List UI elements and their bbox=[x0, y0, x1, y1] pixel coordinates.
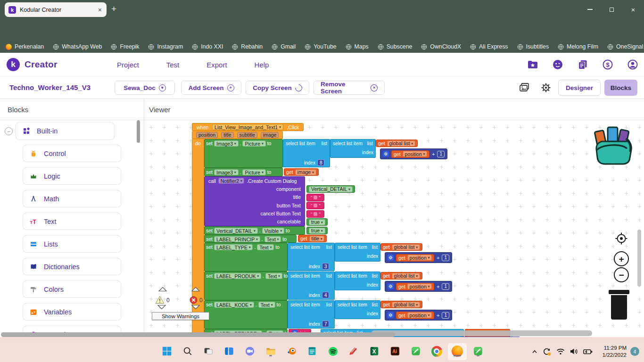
menu-item-help[interactable]: Help bbox=[255, 61, 269, 69]
copy-screen-button[interactable]: Copy Screen bbox=[246, 81, 309, 95]
get-position-block[interactable]: getposition▾ bbox=[396, 312, 434, 319]
zoom-out-button[interactable]: − bbox=[614, 267, 629, 282]
bookmark-item[interactable]: WhatsApp Web bbox=[53, 43, 102, 50]
trash-icon[interactable] bbox=[609, 290, 629, 320]
bookmark-item[interactable]: Ali Express bbox=[470, 43, 508, 50]
get-title-block[interactable]: gettitle▾ bbox=[298, 235, 327, 242]
palette-item-control[interactable]: Control bbox=[23, 145, 121, 162]
set-label_kode-block[interactable]: set LABEL_KODE▾ . Text▾ to bbox=[204, 300, 288, 329]
warning-down-arrow[interactable] bbox=[157, 304, 166, 310]
select-list-item-nest[interactable]: select list itemlist index7 select list … bbox=[288, 300, 455, 329]
taskbar-start-button[interactable] bbox=[161, 345, 173, 357]
browser-tab[interactable]: k Kodular Creator × bbox=[5, 2, 107, 17]
taskbar-firefox-icon[interactable] bbox=[451, 345, 463, 357]
get-position-block[interactable]: getposition▾ bbox=[396, 254, 434, 262]
taskbar-spotify-icon[interactable] bbox=[327, 345, 339, 357]
empty-text-block[interactable]: "" bbox=[306, 202, 324, 209]
center-blocks-icon[interactable] bbox=[615, 232, 628, 245]
select-list-item-block[interactable]: select list itemlist index bbox=[335, 272, 380, 290]
palette-item-text[interactable]: TTText bbox=[23, 213, 121, 230]
bookmark-item[interactable]: YouTube bbox=[305, 43, 336, 50]
taskbar-task-view-icon[interactable] bbox=[202, 345, 215, 357]
true-block[interactable]: true▾ bbox=[306, 227, 328, 234]
empty-text-block[interactable]: "" bbox=[306, 194, 324, 201]
select-list-item-nest[interactable]: select list itemlist index3 select list … bbox=[288, 243, 455, 272]
set-image-picture-block[interactable]: set Image3▾ . Picture▾ to bbox=[204, 168, 283, 176]
select-list-item-block[interactable]: select list itemlist index3 bbox=[288, 243, 335, 271]
select-list-item-block[interactable]: select list itemlist index bbox=[330, 139, 376, 158]
get-global-list-block[interactable]: getglobal list▾ bbox=[376, 140, 418, 147]
bookmark-item[interactable]: OneSignal bbox=[607, 43, 643, 50]
taskbar-file-explorer-icon[interactable] bbox=[264, 345, 277, 357]
taskbar-blender-icon[interactable] bbox=[285, 345, 297, 357]
math-plus-block[interactable]: getposition▾ + 1 bbox=[385, 310, 452, 321]
empty-text-block[interactable]: "" bbox=[306, 210, 324, 218]
bookmark-item[interactable]: Indo XXI bbox=[192, 43, 223, 50]
account-icon[interactable] bbox=[627, 59, 638, 70]
settings-gear-icon[interactable] bbox=[540, 82, 552, 93]
get-position-block[interactable]: getposition▾ bbox=[391, 150, 429, 158]
set-label_type-block[interactable]: set LABEL_TYPE▾ . Text▾ to bbox=[204, 243, 288, 272]
mutator-gear-icon[interactable] bbox=[383, 151, 389, 157]
taskbar-widgets-icon[interactable] bbox=[223, 345, 235, 357]
menu-item-export[interactable]: Export bbox=[206, 61, 227, 69]
error-down-arrow[interactable] bbox=[191, 304, 200, 310]
project-folder-icon[interactable] bbox=[527, 59, 538, 70]
mutator-gear-icon[interactable] bbox=[388, 283, 394, 289]
mutator-gear-icon[interactable] bbox=[388, 255, 394, 261]
palette-item-lists[interactable]: Lists bbox=[23, 235, 121, 253]
screen-selector-button[interactable]: Sewa_Doc▾ bbox=[115, 81, 175, 95]
palette-item-dictionaries[interactable]: Dictionaries bbox=[23, 258, 121, 275]
palette-item-colors[interactable]: Colors bbox=[23, 280, 121, 298]
taskbar-excel-icon[interactable]: X bbox=[368, 345, 380, 357]
bookmark-item[interactable]: Gmail bbox=[272, 43, 296, 50]
project-name[interactable]: Techno_Worker_145_V3 bbox=[9, 83, 91, 91]
close-button[interactable]: × bbox=[622, 0, 644, 19]
restore-button[interactable] bbox=[601, 0, 622, 19]
bookmark-item[interactable]: Isubtitles bbox=[517, 43, 549, 50]
bookmark-item[interactable]: Perkenalan bbox=[6, 43, 44, 50]
wifi-icon[interactable] bbox=[556, 347, 565, 355]
math-plus-block[interactable]: getposition▾ + 1 bbox=[380, 148, 447, 159]
event-param-chip[interactable]: subtitle bbox=[237, 132, 257, 138]
palette-item-variables[interactable]: xyVariables bbox=[23, 303, 121, 321]
palette-item-logic[interactable]: Logic bbox=[23, 167, 121, 185]
select-list-item-nest[interactable]: select list itemlist index4 select list … bbox=[288, 272, 455, 300]
bookmark-item[interactable]: Melong Film bbox=[558, 43, 598, 50]
select-list-item-block[interactable]: select list itemlist index bbox=[335, 243, 380, 262]
bookmark-item[interactable]: Rebahin bbox=[232, 43, 263, 50]
backpack-icon[interactable] bbox=[593, 123, 635, 165]
palette-item-math[interactable]: Math bbox=[23, 190, 121, 207]
new-tab-button[interactable]: + bbox=[111, 4, 116, 14]
component-dropdown[interactable]: List_View_Image_and_Text1▾ bbox=[212, 124, 283, 130]
kodular-logo[interactable]: k bbox=[7, 58, 20, 71]
when-do-section[interactable]: do bbox=[192, 139, 204, 341]
taskbar-sketchup-icon[interactable] bbox=[347, 345, 360, 357]
event-param-chip[interactable]: position bbox=[196, 132, 218, 138]
tray-chevron-icon[interactable] bbox=[531, 348, 538, 355]
palette-builtin[interactable]: Built-in bbox=[16, 122, 115, 140]
bookmark-item[interactable]: OwnCloudX bbox=[421, 43, 461, 50]
event-param-chip[interactable]: image bbox=[261, 132, 279, 138]
mutator-gear-icon[interactable] bbox=[388, 312, 394, 318]
get-global-list-block[interactable]: getglobal list▾ bbox=[380, 272, 422, 280]
zoom-in-button[interactable]: + bbox=[614, 251, 629, 266]
component-value-block[interactable]: Vertical_DETAIL▾ bbox=[306, 185, 355, 193]
blocks-canvas[interactable]: when List_View_Image_and_Text1▾ .Click p… bbox=[144, 120, 644, 341]
set-image-picture-block[interactable]: set Image3▾ . Picture▾ to bbox=[204, 139, 283, 168]
add-screen-button[interactable]: Add Screen+ bbox=[181, 81, 241, 95]
designer-tab-button[interactable]: Designer bbox=[558, 80, 601, 96]
event-param-chip[interactable]: title bbox=[221, 132, 233, 138]
get-image-block[interactable]: getimage▾ bbox=[284, 168, 319, 176]
call-notifier-block[interactable]: callNotifier2▾.Create Custom Dialog comp… bbox=[204, 176, 305, 226]
set-label-princip-block[interactable]: set LABEL_PRINCIP▾ . Text▾ to bbox=[204, 235, 297, 243]
taskbar-chrome-icon[interactable] bbox=[430, 345, 443, 357]
bookmark-item[interactable]: Instagram bbox=[148, 43, 183, 50]
tray-sync-icon[interactable] bbox=[542, 347, 552, 356]
math-plus-block[interactable]: getposition▾ + 1 bbox=[385, 281, 452, 292]
viewer-vertical-scrollbar[interactable] bbox=[637, 230, 641, 287]
assets-image-icon[interactable] bbox=[519, 82, 530, 93]
math-plus-block[interactable]: getposition▾ + 1 bbox=[385, 252, 452, 263]
bookmark-item[interactable]: Maps bbox=[346, 43, 369, 50]
menu-item-test[interactable]: Test bbox=[166, 61, 180, 69]
